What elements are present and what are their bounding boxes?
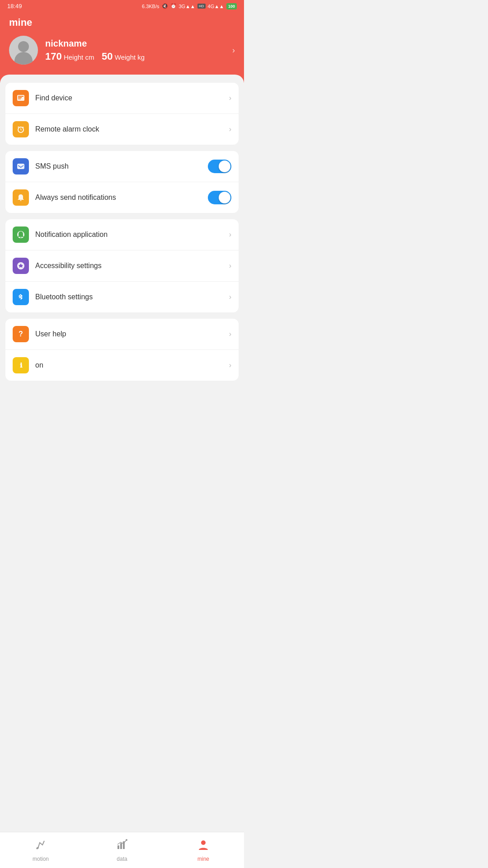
on-chevron-icon: ›: [229, 361, 231, 369]
user-help-item[interactable]: ? User help ›: [5, 319, 239, 350]
card-notifications: SMS push Always send notifications: [5, 151, 239, 213]
weight-value: 50: [102, 51, 113, 62]
svg-rect-1: [18, 96, 23, 97]
avatar-body: [14, 52, 33, 65]
sms-push-item[interactable]: SMS push: [5, 151, 239, 182]
notification-app-label: Notification application: [35, 231, 223, 239]
bluetooth-item[interactable]: Bluetooth settings ›: [5, 282, 239, 312]
svg-rect-6: [21, 128, 21, 130]
profile-chevron-icon: ›: [232, 46, 235, 55]
svg-rect-2: [18, 97, 22, 98]
user-help-chevron-icon: ›: [229, 330, 231, 338]
always-notify-item[interactable]: Always send notifications: [5, 182, 239, 213]
height-unit: Height cm: [64, 53, 94, 61]
hd-icon: HD: [197, 4, 206, 9]
card-device: Find device › Remote alarm clock ›: [5, 83, 239, 145]
profile-name: nickname: [45, 38, 225, 49]
page-title: mine: [9, 17, 235, 28]
always-notify-icon: [13, 189, 29, 206]
mute-icon: 🔇: [162, 3, 168, 9]
on-icon: ℹ: [13, 357, 29, 373]
remote-alarm-chevron-icon: ›: [229, 125, 231, 133]
find-device-item[interactable]: Find device ›: [5, 83, 239, 114]
find-device-chevron-icon: ›: [229, 94, 231, 102]
card-settings: Notification application › Accessibility…: [5, 219, 239, 312]
user-help-icon: ?: [13, 326, 29, 342]
avatar-head: [18, 41, 29, 52]
network-speed: 6.3KB/s: [142, 4, 160, 9]
on-label: on: [35, 361, 223, 369]
accessibility-chevron-icon: ›: [229, 262, 231, 270]
notification-app-chevron-icon: ›: [229, 231, 231, 239]
bluetooth-chevron-icon: ›: [229, 293, 231, 301]
alarm-icon: ⏰: [170, 3, 177, 9]
profile-stats: 170 Height cm 50 Weight kg: [45, 51, 225, 62]
svg-rect-10: [17, 164, 24, 169]
network-4g: 4G▲▲: [208, 4, 224, 9]
status-bar: 18:49 6.3KB/s 🔇 ⏰ 3G▲▲ HD 4G▲▲ 100: [0, 0, 244, 12]
status-time: 18:49: [7, 3, 22, 9]
find-device-icon: [13, 90, 29, 106]
remote-alarm-item[interactable]: Remote alarm clock ›: [5, 114, 239, 145]
notification-app-item[interactable]: Notification application ›: [5, 219, 239, 250]
accessibility-label: Accessibility settings: [35, 262, 223, 270]
status-right: 6.3KB/s 🔇 ⏰ 3G▲▲ HD 4G▲▲ 100: [142, 3, 237, 9]
header: mine nickname 170 Height cm 50 Weight kg…: [0, 12, 244, 83]
svg-rect-13: [20, 237, 22, 238]
on-item[interactable]: ℹ on ›: [5, 350, 239, 381]
always-notify-toggle[interactable]: [208, 191, 231, 204]
accessibility-icon: [13, 258, 29, 274]
network-3g: 3G▲▲: [179, 4, 195, 9]
battery-indicator: 100: [226, 3, 237, 9]
sms-push-icon: [13, 158, 29, 175]
svg-rect-11: [20, 200, 22, 201]
remote-alarm-icon: [13, 121, 29, 137]
sms-push-label: SMS push: [35, 162, 202, 170]
main-content: Find device › Remote alarm clock ›: [0, 75, 244, 395]
user-help-label: User help: [35, 330, 223, 338]
svg-rect-3: [18, 99, 21, 99]
card-help: ? User help › ℹ on ›: [5, 319, 239, 381]
sms-push-toggle[interactable]: [208, 160, 231, 173]
height-value: 170: [45, 51, 62, 62]
always-notify-label: Always send notifications: [35, 193, 202, 202]
bluetooth-label: Bluetooth settings: [35, 293, 223, 301]
profile-info: nickname 170 Height cm 50 Weight kg: [45, 38, 225, 62]
find-device-label: Find device: [35, 94, 223, 102]
accessibility-item[interactable]: Accessibility settings ›: [5, 250, 239, 282]
svg-rect-7: [21, 130, 22, 130]
bluetooth-icon: [13, 289, 29, 305]
weight-unit: Weight kg: [115, 53, 145, 61]
remote-alarm-label: Remote alarm clock: [35, 125, 223, 133]
notification-app-icon: [13, 226, 29, 243]
profile-row[interactable]: nickname 170 Height cm 50 Weight kg ›: [9, 36, 235, 65]
avatar: [9, 36, 38, 65]
